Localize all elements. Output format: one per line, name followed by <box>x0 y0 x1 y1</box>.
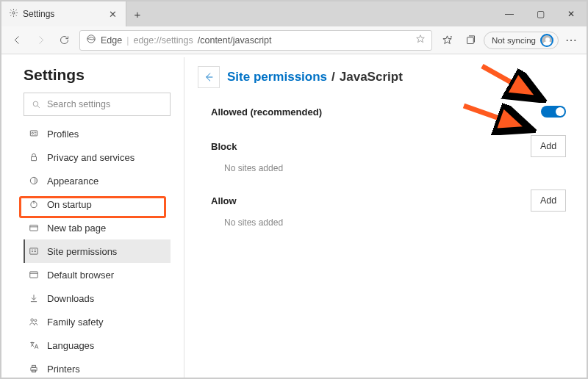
browser-icon <box>28 269 40 281</box>
more-button[interactable]: ⋯ <box>560 29 582 51</box>
permissions-icon <box>28 245 40 257</box>
block-label: Block <box>211 141 237 152</box>
sidebar-item-appearance[interactable]: Appearance <box>24 169 171 192</box>
settings-sidebar: Settings Search settings Profiles Privac… <box>1 54 184 378</box>
profile-button[interactable]: Not syncing <box>484 32 559 49</box>
language-icon <box>28 339 40 351</box>
sidebar-item-startup[interactable]: On startup <box>24 192 171 216</box>
sidebar-item-profiles[interactable]: Profiles <box>24 122 171 145</box>
toolbar: Edge | edge://settings/content/javascrip… <box>1 26 587 54</box>
sidebar-item-languages[interactable]: Languages <box>24 333 171 357</box>
avatar-icon <box>540 34 553 47</box>
url-suffix: /content/javascript <box>198 35 272 46</box>
power-icon <box>28 198 40 210</box>
sidebar-item-label: Profiles <box>47 129 79 140</box>
allowed-toggle[interactable] <box>541 106 566 118</box>
sidebar-item-printers[interactable]: Printers <box>24 357 171 378</box>
separator: | <box>126 35 129 46</box>
sidebar-item-family[interactable]: Family safety <box>24 310 171 333</box>
breadcrumb-separator: / <box>331 70 335 84</box>
sidebar-item-default-browser[interactable]: Default browser <box>24 263 171 286</box>
sidebar-item-label: Privacy and services <box>47 152 135 163</box>
breadcrumb-link[interactable]: Site permissions <box>227 70 327 84</box>
sidebar-item-downloads[interactable]: Downloads <box>24 286 171 310</box>
settings-search[interactable]: Search settings <box>24 93 171 116</box>
search-placeholder: Search settings <box>47 99 110 109</box>
breadcrumb-row: Site permissions / JavaScript <box>198 66 566 88</box>
settings-nav: Profiles Privacy and services Appearance… <box>24 122 171 378</box>
allowed-label: Allowed (recommended) <box>211 107 322 118</box>
sidebar-item-newtab[interactable]: New tab page <box>24 216 171 239</box>
back-button[interactable] <box>6 29 28 51</box>
settings-title: Settings <box>24 66 171 84</box>
allow-label: Allow <box>211 195 237 206</box>
main-panel: Site permissions / JavaScript Allowed (r… <box>184 54 587 378</box>
svg-point-0 <box>12 12 15 14</box>
appearance-icon <box>28 175 40 187</box>
browser-label: Edge <box>101 35 122 46</box>
tab-close-icon[interactable]: ✕ <box>107 9 118 20</box>
allow-empty-text: No sites added <box>198 216 566 239</box>
svg-rect-15 <box>32 365 36 367</box>
download-icon <box>28 292 40 304</box>
svg-rect-10 <box>30 248 38 254</box>
lock-icon <box>28 151 40 163</box>
refresh-button[interactable] <box>53 29 75 51</box>
favorites-button[interactable] <box>437 29 459 51</box>
sidebar-item-label: On startup <box>47 199 92 210</box>
sidebar-item-label: Downloads <box>47 293 94 304</box>
block-row: Block Add <box>198 131 566 162</box>
svg-rect-2 <box>467 37 474 44</box>
block-empty-text: No sites added <box>198 162 566 185</box>
sidebar-item-label: Appearance <box>47 176 98 187</box>
title-bar: Settings ✕ + — ▢ ✕ <box>1 1 587 26</box>
collections-button[interactable] <box>460 29 482 51</box>
sidebar-item-label: Languages <box>47 340 94 351</box>
search-icon <box>32 100 41 109</box>
sidebar-item-privacy[interactable]: Privacy and services <box>24 145 171 169</box>
svg-rect-9 <box>30 225 38 231</box>
reading-mode-icon[interactable] <box>415 34 426 46</box>
window-controls: — ▢ ✕ <box>494 1 587 26</box>
breadcrumb-back-button[interactable] <box>198 66 220 88</box>
sidebar-item-site-permissions[interactable]: Site permissions <box>24 239 171 263</box>
content-area: Settings Search settings Profiles Privac… <box>1 54 587 378</box>
minimize-button[interactable]: — <box>494 1 525 26</box>
url-prefix: edge://settings <box>133 35 193 46</box>
address-bar[interactable]: Edge | edge://settings/content/javascrip… <box>79 30 432 51</box>
new-tab-button[interactable]: + <box>126 1 148 26</box>
sidebar-item-label: Site permissions <box>47 246 117 257</box>
sidebar-item-label: Default browser <box>47 270 114 281</box>
breadcrumb-current: JavaScript <box>340 70 403 84</box>
edge-logo-icon <box>86 34 96 46</box>
svg-point-12 <box>31 319 34 322</box>
printer-icon <box>28 363 40 375</box>
family-icon <box>28 316 40 328</box>
svg-point-13 <box>35 320 37 322</box>
tab-icon <box>28 222 40 234</box>
svg-point-3 <box>33 101 38 107</box>
browser-tab[interactable]: Settings ✕ <box>1 1 126 26</box>
svg-rect-6 <box>32 156 37 160</box>
close-window-button[interactable]: ✕ <box>556 1 587 26</box>
sidebar-item-label: Printers <box>47 364 80 375</box>
gear-icon <box>9 8 18 20</box>
svg-rect-11 <box>30 272 38 278</box>
allowed-row: Allowed (recommended) <box>198 101 566 122</box>
sidebar-item-label: New tab page <box>47 223 106 234</box>
maximize-button[interactable]: ▢ <box>525 1 556 26</box>
tab-title: Settings <box>23 9 54 19</box>
svg-point-5 <box>32 132 33 134</box>
block-add-button[interactable]: Add <box>531 135 566 157</box>
sidebar-item-label: Family safety <box>47 317 104 328</box>
allow-row: Allow Add <box>198 185 566 216</box>
profile-icon <box>28 128 40 140</box>
profile-label: Not syncing <box>492 36 536 45</box>
allow-add-button[interactable]: Add <box>531 190 566 212</box>
forward-button <box>29 29 51 51</box>
svg-rect-14 <box>31 367 37 371</box>
